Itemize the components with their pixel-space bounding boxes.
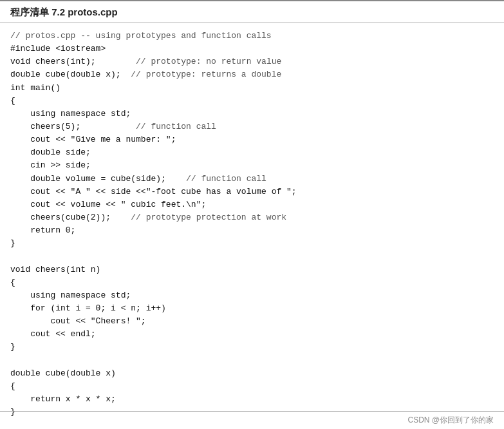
header-title: 程序清单 7.2 protos.cpp	[10, 6, 118, 17]
watermark: CSDN @你回到了你的家	[407, 415, 494, 426]
header: 程序清单 7.2 protos.cpp	[0, 1, 504, 23]
page-container: 程序清单 7.2 protos.cpp // protos.cpp -- usi…	[0, 0, 504, 429]
code-area: // protos.cpp -- using prototypes and fu…	[0, 23, 504, 425]
bottom-bar: CSDN @你回到了你的家	[0, 411, 504, 429]
code-line-1: // protos.cpp -- using prototypes and fu…	[10, 31, 297, 417]
